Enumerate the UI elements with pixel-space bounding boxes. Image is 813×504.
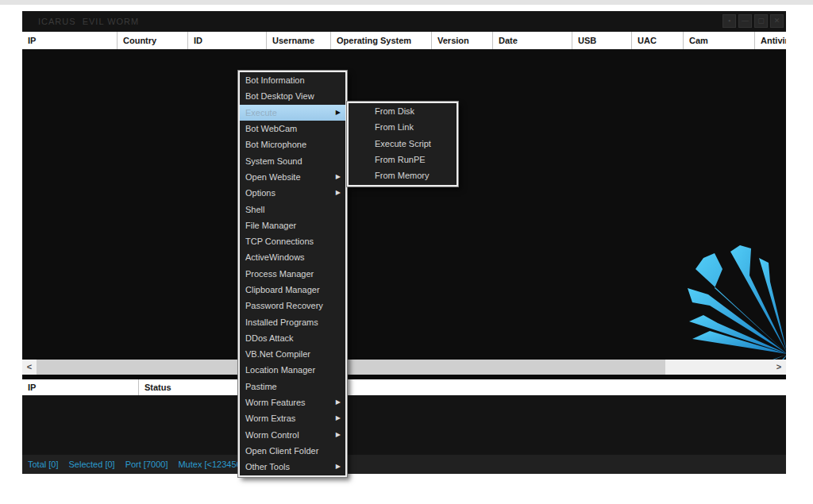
submenu-arrow-icon: ▶ [336, 169, 341, 185]
menu-item-shell[interactable]: Shell [240, 201, 345, 217]
menu-item-label: File Manager [245, 221, 296, 230]
status-port: Port [7000] [125, 455, 168, 474]
menu-item-options[interactable]: Options▶ [240, 185, 345, 201]
desktop-top-band [0, 0, 813, 5]
close-button[interactable]: ✕ [770, 14, 784, 28]
menu-item-worm-features[interactable]: Worm Features▶ [240, 394, 345, 410]
menu-item-label: Location Manager [245, 365, 315, 375]
execute-submenu: From DiskFrom LinkExecute ScriptFrom Run… [347, 102, 458, 187]
menu-item-label: Worm Extras [245, 414, 295, 423]
menu-item-other-tools[interactable]: Other Tools▶ [240, 459, 345, 475]
status-table-header: IPStatus [22, 379, 786, 395]
window-controls: ▪—▢✕ [722, 14, 784, 28]
status-column-status[interactable]: Status [139, 379, 786, 395]
menu-item-label: Worm Features [245, 398, 306, 407]
menu-item-label: Bot Microphone [245, 140, 306, 149]
submenu-arrow-icon: ▶ [336, 459, 341, 475]
menu-item-label: Password Recovery [245, 301, 323, 310]
app-window: ICARUS EVIL WORM ▪—▢✕ IPCountryIDUsernam… [22, 11, 786, 474]
bots-table-header: IPCountryIDUsernameOperating SystemVersi… [22, 32, 786, 49]
menu-item-label: Bot Desktop View [245, 91, 314, 101]
bots-list-area[interactable] [22, 49, 786, 360]
submenu-arrow-icon: ▶ [336, 410, 341, 426]
screen: ICARUS EVIL WORM ▪—▢✕ IPCountryIDUsernam… [0, 0, 813, 504]
menu-item-bot-desktop-view[interactable]: Bot Desktop View [240, 88, 345, 104]
menu-item-tcp-connections[interactable]: TCP Connections [240, 233, 345, 249]
menu-item-vb-net-compiler[interactable]: VB.Net Compiler [240, 346, 345, 362]
maximize-button[interactable]: ▢ [754, 14, 768, 28]
bots-column-uac[interactable]: UAC [632, 32, 684, 49]
menu-item-label: Shell [245, 205, 264, 214]
menu-item-file-manager[interactable]: File Manager [240, 217, 345, 233]
bots-column-operating-system[interactable]: Operating System [331, 32, 432, 49]
context-menu: Bot InformationBot Desktop ViewExecute▶B… [238, 71, 347, 477]
bots-column-country[interactable]: Country [118, 32, 188, 49]
menu-item-label: TCP Connections [245, 237, 314, 246]
status-selected: Selected [0] [69, 455, 115, 474]
menu-item-label: Open Website [245, 172, 301, 182]
bots-column-cam[interactable]: Cam [684, 32, 755, 49]
submenu-arrow-icon: ▶ [336, 105, 341, 121]
menu-item-ddos-attack[interactable]: DDos Attack [240, 330, 345, 346]
menu-item-open-client-folder[interactable]: Open Client Folder [240, 443, 345, 459]
menu-item-installed-programs[interactable]: Installed Programs [240, 314, 345, 329]
bots-column-version[interactable]: Version [432, 32, 493, 49]
menu-item-execute[interactable]: Execute▶ [240, 105, 345, 121]
menu-item-label: ActiveWindows [245, 252, 305, 262]
menu-item-pastime[interactable]: Pastime [240, 379, 345, 394]
menu-item-location-manager[interactable]: Location Manager [240, 362, 345, 378]
menu-item-label: Other Tools [245, 462, 290, 471]
horizontal-scrollbar[interactable]: < > [22, 360, 786, 375]
menu-item-label: DDos Attack [245, 333, 294, 343]
submenu-item-from-disk[interactable]: From Disk [349, 103, 457, 119]
menu-item-activewindows[interactable]: ActiveWindows [240, 249, 345, 265]
title-bar[interactable]: ICARUS EVIL WORM ▪—▢✕ [22, 11, 786, 32]
submenu-item-from-runpe[interactable]: From RunPE [349, 152, 457, 167]
menu-item-label: VB.Net Compiler [245, 349, 310, 359]
minimize-button[interactable]: — [738, 14, 752, 28]
menu-item-label: Process Manager [245, 269, 314, 279]
menu-item-label: Execute [245, 108, 277, 117]
menu-item-label: Options [245, 188, 275, 198]
submenu-arrow-icon: ▶ [336, 394, 341, 410]
submenu-item-execute-script[interactable]: Execute Script [349, 136, 457, 152]
menu-item-worm-control[interactable]: Worm Control▶ [240, 427, 345, 443]
menu-item-label: Installed Programs [245, 317, 318, 327]
scroll-right-icon[interactable]: > [772, 360, 786, 375]
menu-item-label: Clipboard Manager [245, 285, 320, 294]
bots-column-usb[interactable]: USB [572, 32, 632, 49]
submenu-item-from-memory[interactable]: From Memory [349, 167, 457, 183]
menu-item-system-sound[interactable]: System Sound [240, 152, 345, 168]
scrollbar-track[interactable] [665, 360, 772, 375]
submenu-item-from-link[interactable]: From Link [349, 119, 457, 135]
scroll-left-icon[interactable]: < [22, 360, 37, 375]
menu-item-clipboard-manager[interactable]: Clipboard Manager [240, 282, 345, 298]
menu-item-bot-microphone[interactable]: Bot Microphone [240, 137, 345, 152]
settings-button[interactable]: ▪ [722, 14, 736, 28]
menu-item-label: Worm Control [245, 430, 299, 440]
menu-item-password-recovery[interactable]: Password Recovery [240, 298, 345, 314]
status-total: Total [0] [28, 455, 59, 474]
submenu-arrow-icon: ▶ [336, 185, 341, 201]
menu-item-label: System Sound [245, 156, 302, 166]
menu-item-worm-extras[interactable]: Worm Extras▶ [240, 410, 345, 426]
bots-column-username[interactable]: Username [267, 32, 331, 49]
bots-column-ip[interactable]: IP [22, 32, 118, 49]
menu-item-open-website[interactable]: Open Website▶ [240, 169, 345, 185]
menu-item-process-manager[interactable]: Process Manager [240, 266, 345, 282]
status-column-ip[interactable]: IP [22, 379, 139, 395]
menu-item-bot-webcam[interactable]: Bot WebCam [240, 121, 345, 137]
bots-column-antivir[interactable]: Antivir [755, 32, 786, 49]
menu-item-label: Open Client Folder [245, 446, 318, 456]
submenu-arrow-icon: ▶ [336, 427, 341, 443]
menu-item-label: Pastime [245, 382, 277, 391]
status-list-area[interactable] [22, 395, 786, 455]
bots-column-id[interactable]: ID [188, 32, 267, 49]
menu-item-bot-information[interactable]: Bot Information [240, 72, 345, 88]
scrollbar-thumb[interactable] [37, 360, 665, 375]
menu-item-label: Bot WebCam [245, 124, 297, 133]
window-title: ICARUS EVIL WORM [38, 11, 139, 32]
bots-column-date[interactable]: Date [493, 32, 572, 49]
status-bar: Total [0]Selected [0]Port [7000]Mutex [<… [22, 455, 786, 474]
menu-item-label: Bot Information [245, 75, 305, 85]
